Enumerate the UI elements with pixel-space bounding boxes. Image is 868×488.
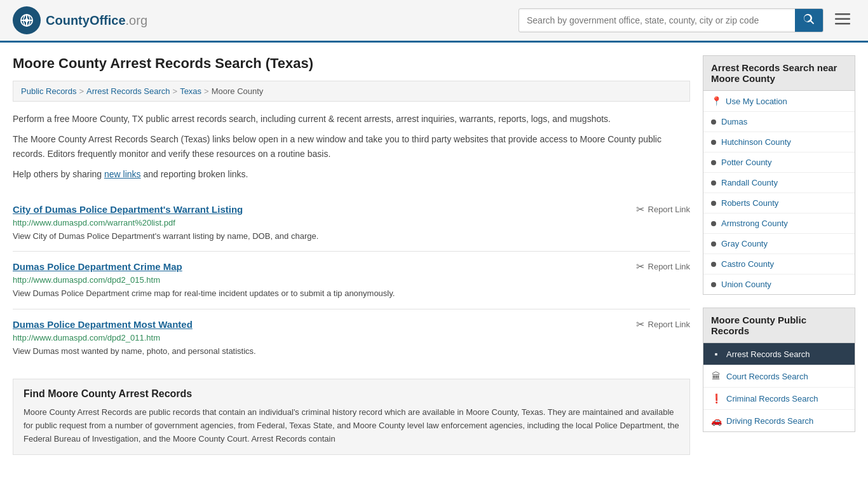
search-bar	[519, 8, 824, 32]
pr-link-driving-records[interactable]: 🚗 Driving Records Search	[703, 410, 855, 431]
dot-icon	[711, 140, 716, 145]
sidebar-link-potter[interactable]: Potter County	[703, 152, 855, 173]
breadcrumb-moore-county: Moore County	[212, 86, 264, 96]
driving-records-icon: 🚗	[711, 416, 721, 426]
svg-rect-6	[835, 13, 850, 15]
report-icon-2: ✂	[636, 261, 644, 273]
nearby-title: Arrest Records Search near Moore County	[703, 55, 855, 91]
record-title-2[interactable]: Dumas Police Department Crime Map	[13, 261, 182, 272]
pr-link-criminal-records[interactable]: ❗ Criminal Records Search	[703, 388, 855, 410]
logo-area: CountyOffice.org	[13, 6, 147, 34]
report-icon-1: ✂	[636, 203, 644, 215]
page-title: Moore County Arrest Records Search (Texa…	[13, 55, 690, 72]
sidebar-link-armstrong[interactable]: Armstrong County	[703, 214, 855, 234]
public-records-section: Moore County Public Records ▪ Arrest Rec…	[703, 308, 855, 432]
header-right	[519, 8, 855, 32]
menu-button[interactable]	[830, 10, 855, 31]
record-title-3[interactable]: Dumas Police Department Most Wanted	[13, 319, 193, 330]
record-desc-3: View Dumas most wanted by name, photo, a…	[13, 345, 690, 358]
sidebar-link-roberts[interactable]: Roberts County	[703, 193, 855, 214]
record-title-1[interactable]: City of Dumas Police Department's Warran…	[13, 204, 243, 215]
sidebar-link-dumas[interactable]: Dumas	[703, 112, 855, 132]
pr-link-arrest-records[interactable]: ▪ Arrest Records Search	[703, 343, 855, 365]
criminal-records-icon: ❗	[711, 393, 721, 403]
records-list: City of Dumas Police Department's Warran…	[13, 194, 690, 367]
dot-icon	[711, 160, 716, 165]
record-url-2[interactable]: http://www.dumaspd.com/dpd2_015.htm	[13, 275, 690, 285]
nearby-section: Arrest Records Search near Moore County …	[703, 55, 855, 295]
report-icon-3: ✂	[636, 318, 644, 330]
report-link-btn-1[interactable]: ✂ Report Link	[636, 203, 690, 215]
location-icon: 📍	[711, 96, 722, 106]
nearby-links: 📍 Use My Location Dumas Hutchinson Count…	[703, 91, 855, 295]
dot-icon	[711, 119, 716, 125]
sidebar-link-gray[interactable]: Gray County	[703, 234, 855, 254]
public-records-title: Moore County Public Records	[703, 308, 855, 343]
record-url-3[interactable]: http://www.dumaspd.com/dpd2_011.htm	[13, 333, 690, 342]
dot-icon	[711, 282, 716, 287]
dot-icon	[711, 221, 716, 226]
report-link-btn-2[interactable]: ✂ Report Link	[636, 261, 690, 273]
record-item-1: City of Dumas Police Department's Warran…	[13, 194, 690, 252]
svg-rect-8	[835, 23, 850, 25]
description-2: The Moore County Arrest Records Search (…	[13, 132, 690, 161]
sidebar-link-hutchinson[interactable]: Hutchinson County	[703, 132, 855, 152]
find-section: Find Moore County Arrest Records Moore C…	[13, 379, 690, 455]
arrest-records-icon: ▪	[711, 349, 721, 359]
record-url-1[interactable]: http://www.dumaspd.com/warrant%20list.pd…	[13, 218, 690, 227]
report-link-btn-3[interactable]: ✂ Report Link	[636, 318, 690, 330]
description: Perform a free Moore County, TX public a…	[13, 112, 690, 182]
record-desc-2: View Dumas Police Department crime map f…	[13, 287, 690, 300]
dot-icon	[711, 241, 716, 247]
pr-link-court-records[interactable]: 🏛 Court Records Search	[703, 365, 855, 388]
search-input[interactable]	[519, 10, 795, 30]
description-1: Perform a free Moore County, TX public a…	[13, 112, 690, 126]
logo-text: CountyOffice.org	[46, 13, 147, 28]
use-location-link[interactable]: Use My Location	[726, 97, 787, 106]
page-container: Moore County Arrest Records Search (Texa…	[0, 43, 868, 468]
sidebar-link-randall[interactable]: Randall County	[703, 173, 855, 193]
record-item-2: Dumas Police Department Crime Map ✂ Repo…	[13, 252, 690, 309]
logo-icon	[13, 6, 41, 34]
dot-icon	[711, 201, 716, 206]
record-desc-1: View City of Dumas Police Department's w…	[13, 230, 690, 243]
sidebar-link-union[interactable]: Union County	[703, 274, 855, 294]
svg-rect-7	[835, 18, 850, 20]
breadcrumb-arrest-records[interactable]: Arrest Records Search	[86, 86, 170, 96]
breadcrumb-texas[interactable]: Texas	[180, 86, 201, 96]
find-section-title: Find Moore County Arrest Records	[24, 388, 679, 400]
search-button[interactable]	[795, 9, 823, 32]
svg-point-5	[25, 18, 29, 22]
header: CountyOffice.org	[0, 0, 868, 43]
find-section-text: Moore County Arrest Records are public r…	[24, 406, 679, 445]
breadcrumb: Public Records > Arrest Records Search >…	[13, 81, 690, 102]
use-location[interactable]: 📍 Use My Location	[703, 91, 855, 112]
new-links[interactable]: new links	[104, 169, 141, 179]
sidebar-link-castro[interactable]: Castro County	[703, 254, 855, 274]
breadcrumb-public-records[interactable]: Public Records	[21, 86, 76, 96]
record-item-3: Dumas Police Department Most Wanted ✂ Re…	[13, 309, 690, 367]
dot-icon	[711, 262, 716, 267]
sidebar: Arrest Records Search near Moore County …	[703, 55, 855, 455]
description-3: Help others by sharing new links and rep…	[13, 167, 690, 181]
public-records-links: ▪ Arrest Records Search 🏛 Court Records …	[703, 343, 855, 432]
dot-icon	[711, 180, 716, 186]
court-records-icon: 🏛	[711, 371, 721, 381]
main-content: Moore County Arrest Records Search (Texa…	[13, 55, 690, 455]
